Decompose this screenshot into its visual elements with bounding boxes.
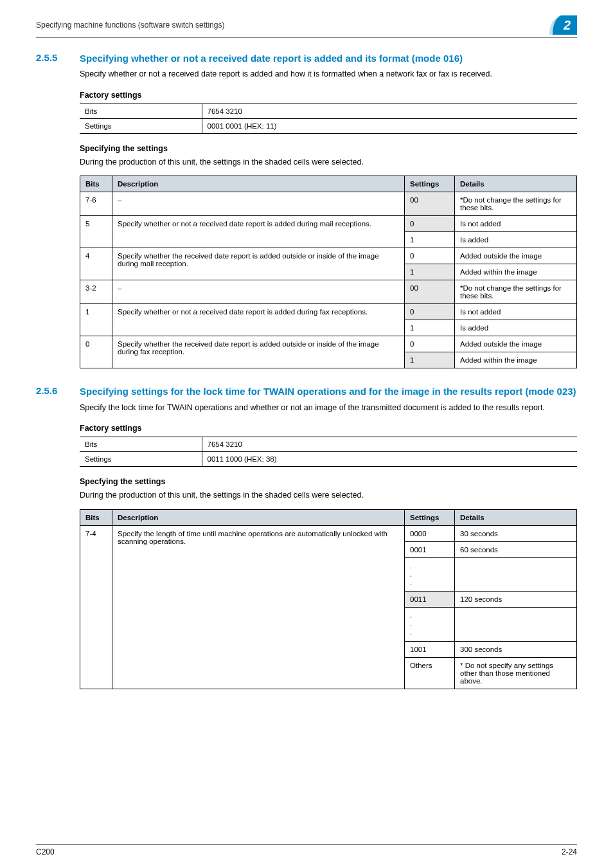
chapter-number: 2 bbox=[561, 15, 577, 35]
th-bits: Bits bbox=[80, 176, 112, 192]
table-cell: 30 seconds bbox=[455, 525, 577, 541]
table-cell: 1 bbox=[405, 232, 455, 248]
table-cell: 300 seconds bbox=[455, 641, 577, 657]
breadcrumb: Specifying machine functions (software s… bbox=[36, 21, 224, 30]
table-cell: 00 bbox=[405, 192, 455, 216]
table-cell: Is not added bbox=[455, 216, 577, 232]
factory-table-256: Bits 7654 3210 Settings 0011 1000 (HEX: … bbox=[80, 437, 577, 467]
table-cell: 0000 bbox=[405, 525, 455, 541]
section-number-256: 2.5.6 bbox=[36, 385, 80, 396]
table-cell: Added within the image bbox=[455, 264, 577, 280]
footer-left: C200 bbox=[36, 847, 55, 856]
table-cell: 1001 bbox=[405, 641, 455, 657]
factory-settings-label: Settings bbox=[80, 452, 202, 467]
footer-right: 2-24 bbox=[562, 847, 577, 856]
table-cell: 0 bbox=[405, 248, 455, 264]
table-cell: Specify whether the received date report… bbox=[112, 336, 405, 368]
table-cell: 5 bbox=[80, 216, 112, 248]
table-cell: – bbox=[112, 192, 405, 216]
factory-bits-value: 7654 3210 bbox=[202, 437, 577, 452]
table-cell-ellipsis: ... bbox=[405, 608, 455, 642]
table-cell bbox=[455, 608, 577, 642]
table-cell-ellipsis: ... bbox=[405, 557, 455, 592]
factory-bits-value: 7654 3210 bbox=[202, 104, 577, 118]
th-bits: Bits bbox=[80, 509, 112, 525]
table-cell: Specify the length of time until machine… bbox=[112, 525, 405, 689]
factory-bits-label: Bits bbox=[80, 437, 202, 452]
spec-intro-256: During the production of this unit, the … bbox=[80, 490, 577, 502]
section-title-256: Specifying settings for the lock time fo… bbox=[80, 385, 577, 398]
section-intro-256: Specify the lock time for TWAIN operatio… bbox=[80, 402, 577, 414]
table-cell: – bbox=[112, 280, 405, 304]
table-cell: Others bbox=[405, 657, 455, 689]
table-cell: Added outside the image bbox=[455, 248, 577, 264]
th-det: Details bbox=[455, 509, 577, 525]
spec-heading-255: Specifying the settings bbox=[80, 144, 577, 153]
table-cell: 0 bbox=[405, 216, 455, 232]
table-cell: Added within the image bbox=[455, 352, 577, 368]
factory-bits-label: Bits bbox=[80, 104, 202, 118]
factory-settings-label: Settings bbox=[80, 118, 202, 133]
factory-heading-256: Factory settings bbox=[80, 424, 577, 433]
factory-settings-value: 0001 0001 (HEX: 11) bbox=[202, 118, 577, 133]
th-set: Settings bbox=[405, 509, 455, 525]
table-cell: 3-2 bbox=[80, 280, 112, 304]
table-cell: 1 bbox=[405, 320, 455, 336]
table-cell: 0 bbox=[80, 336, 112, 368]
table-cell: 1 bbox=[405, 352, 455, 368]
section-title-255: Specifying whether or not a received dat… bbox=[80, 52, 577, 65]
table-cell: 4 bbox=[80, 248, 112, 280]
spec-intro-255: During the production of this unit, the … bbox=[80, 157, 577, 168]
table-cell: Specify whether the received date report… bbox=[112, 248, 405, 280]
section-intro-255: Specify whether or not a received date r… bbox=[80, 69, 577, 80]
th-desc: Description bbox=[112, 176, 405, 192]
table-cell: 1 bbox=[80, 304, 112, 336]
table-cell: 00 bbox=[405, 280, 455, 304]
table-cell: 7-6 bbox=[80, 192, 112, 216]
table-cell: 0001 bbox=[405, 541, 455, 557]
chapter-badge: 2 bbox=[549, 15, 577, 35]
settings-table-256: Bits Description Settings Details 7-4 Sp… bbox=[80, 509, 577, 689]
table-cell: 0 bbox=[405, 304, 455, 320]
table-cell: Is added bbox=[455, 320, 577, 336]
th-set: Settings bbox=[405, 176, 455, 192]
table-cell: * Do not specify any settings other than… bbox=[455, 657, 577, 689]
table-cell: 7-4 bbox=[80, 525, 112, 689]
table-cell: Is added bbox=[455, 232, 577, 248]
table-cell: 1 bbox=[405, 264, 455, 280]
table-cell: 0011 bbox=[405, 592, 455, 608]
th-desc: Description bbox=[112, 509, 405, 525]
section-number-255: 2.5.5 bbox=[36, 52, 80, 63]
table-cell: *Do not change the settings for these bi… bbox=[455, 192, 577, 216]
factory-table-255: Bits 7654 3210 Settings 0001 0001 (HEX: … bbox=[80, 104, 577, 134]
table-cell: 60 seconds bbox=[455, 541, 577, 557]
spec-heading-256: Specfying the settings bbox=[80, 477, 577, 486]
table-cell: 120 seconds bbox=[455, 592, 577, 608]
table-cell: Specify whether or not a received date r… bbox=[112, 304, 405, 336]
table-cell: *Do not change the settings for these bi… bbox=[455, 280, 577, 304]
settings-table-255: Bits Description Settings Details 7-6 – … bbox=[80, 176, 577, 368]
table-cell: 0 bbox=[405, 336, 455, 352]
table-cell: Is not added bbox=[455, 304, 577, 320]
table-cell: Added outside the image bbox=[455, 336, 577, 352]
factory-heading-255: Factory settings bbox=[80, 91, 577, 100]
badge-curve-icon bbox=[549, 15, 561, 35]
table-cell: Specify whether or not a received date r… bbox=[112, 216, 405, 248]
th-det: Details bbox=[455, 176, 577, 192]
factory-settings-value: 0011 1000 (HEX: 38) bbox=[202, 452, 577, 467]
table-cell bbox=[455, 557, 577, 592]
